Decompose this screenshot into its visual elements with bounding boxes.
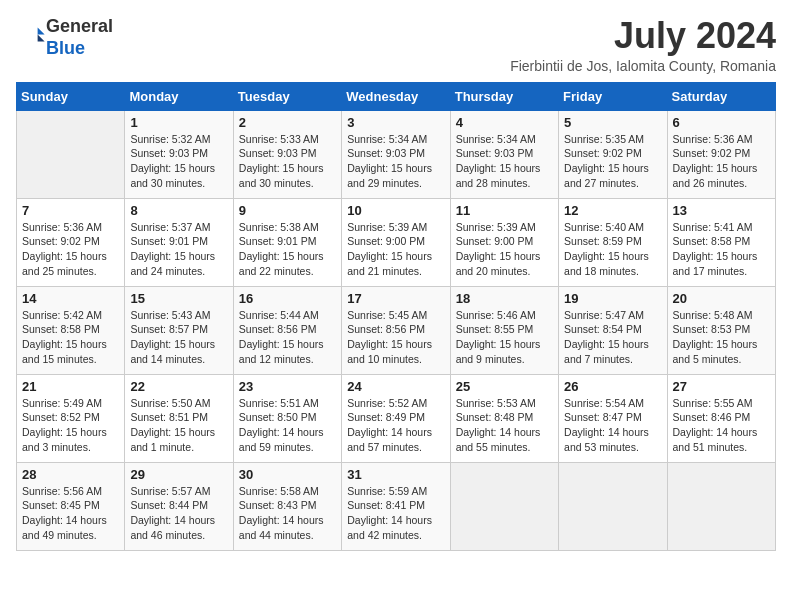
day-number: 4 [456, 115, 553, 130]
day-info: Sunrise: 5:54 AM Sunset: 8:47 PM Dayligh… [564, 396, 661, 455]
day-info: Sunrise: 5:37 AM Sunset: 9:01 PM Dayligh… [130, 220, 227, 279]
day-info: Sunrise: 5:55 AM Sunset: 8:46 PM Dayligh… [673, 396, 770, 455]
calendar-cell: 10Sunrise: 5:39 AM Sunset: 9:00 PM Dayli… [342, 198, 450, 286]
day-number: 10 [347, 203, 444, 218]
day-info: Sunrise: 5:34 AM Sunset: 9:03 PM Dayligh… [347, 132, 444, 191]
logo-icon [18, 22, 46, 50]
day-info: Sunrise: 5:44 AM Sunset: 8:56 PM Dayligh… [239, 308, 336, 367]
calendar-cell [667, 462, 775, 550]
day-info: Sunrise: 5:50 AM Sunset: 8:51 PM Dayligh… [130, 396, 227, 455]
weekday-header: Sunday [17, 82, 125, 110]
day-number: 21 [22, 379, 119, 394]
calendar-cell: 6Sunrise: 5:36 AM Sunset: 9:02 PM Daylig… [667, 110, 775, 198]
day-number: 31 [347, 467, 444, 482]
day-number: 16 [239, 291, 336, 306]
day-number: 3 [347, 115, 444, 130]
day-number: 8 [130, 203, 227, 218]
calendar-cell [17, 110, 125, 198]
calendar-cell: 16Sunrise: 5:44 AM Sunset: 8:56 PM Dayli… [233, 286, 341, 374]
day-info: Sunrise: 5:39 AM Sunset: 9:00 PM Dayligh… [347, 220, 444, 279]
day-info: Sunrise: 5:58 AM Sunset: 8:43 PM Dayligh… [239, 484, 336, 543]
day-number: 18 [456, 291, 553, 306]
calendar-week-row: 28Sunrise: 5:56 AM Sunset: 8:45 PM Dayli… [17, 462, 776, 550]
calendar-cell: 28Sunrise: 5:56 AM Sunset: 8:45 PM Dayli… [17, 462, 125, 550]
weekday-header: Thursday [450, 82, 558, 110]
calendar-cell: 29Sunrise: 5:57 AM Sunset: 8:44 PM Dayli… [125, 462, 233, 550]
calendar-cell: 14Sunrise: 5:42 AM Sunset: 8:58 PM Dayli… [17, 286, 125, 374]
calendar-cell: 19Sunrise: 5:47 AM Sunset: 8:54 PM Dayli… [559, 286, 667, 374]
day-info: Sunrise: 5:38 AM Sunset: 9:01 PM Dayligh… [239, 220, 336, 279]
day-info: Sunrise: 5:46 AM Sunset: 8:55 PM Dayligh… [456, 308, 553, 367]
location: Fierbintii de Jos, Ialomita County, Roma… [510, 58, 776, 74]
day-number: 1 [130, 115, 227, 130]
day-info: Sunrise: 5:32 AM Sunset: 9:03 PM Dayligh… [130, 132, 227, 191]
day-info: Sunrise: 5:33 AM Sunset: 9:03 PM Dayligh… [239, 132, 336, 191]
day-number: 27 [673, 379, 770, 394]
logo: General Blue [16, 16, 113, 59]
day-number: 22 [130, 379, 227, 394]
weekday-header: Saturday [667, 82, 775, 110]
day-info: Sunrise: 5:42 AM Sunset: 8:58 PM Dayligh… [22, 308, 119, 367]
calendar-cell: 1Sunrise: 5:32 AM Sunset: 9:03 PM Daylig… [125, 110, 233, 198]
calendar-cell: 17Sunrise: 5:45 AM Sunset: 8:56 PM Dayli… [342, 286, 450, 374]
day-number: 11 [456, 203, 553, 218]
day-number: 17 [347, 291, 444, 306]
day-info: Sunrise: 5:43 AM Sunset: 8:57 PM Dayligh… [130, 308, 227, 367]
day-number: 19 [564, 291, 661, 306]
day-info: Sunrise: 5:34 AM Sunset: 9:03 PM Dayligh… [456, 132, 553, 191]
calendar-cell: 27Sunrise: 5:55 AM Sunset: 8:46 PM Dayli… [667, 374, 775, 462]
weekday-header: Wednesday [342, 82, 450, 110]
page-header: General Blue July 2024 Fierbintii de Jos… [16, 16, 776, 74]
day-number: 9 [239, 203, 336, 218]
weekday-header-row: SundayMondayTuesdayWednesdayThursdayFrid… [17, 82, 776, 110]
day-number: 14 [22, 291, 119, 306]
calendar-week-row: 21Sunrise: 5:49 AM Sunset: 8:52 PM Dayli… [17, 374, 776, 462]
day-number: 5 [564, 115, 661, 130]
svg-marker-0 [38, 27, 45, 34]
day-info: Sunrise: 5:48 AM Sunset: 8:53 PM Dayligh… [673, 308, 770, 367]
day-info: Sunrise: 5:51 AM Sunset: 8:50 PM Dayligh… [239, 396, 336, 455]
calendar-cell: 30Sunrise: 5:58 AM Sunset: 8:43 PM Dayli… [233, 462, 341, 550]
svg-marker-1 [38, 34, 45, 41]
calendar-cell: 3Sunrise: 5:34 AM Sunset: 9:03 PM Daylig… [342, 110, 450, 198]
calendar-cell: 11Sunrise: 5:39 AM Sunset: 9:00 PM Dayli… [450, 198, 558, 286]
calendar-cell: 12Sunrise: 5:40 AM Sunset: 8:59 PM Dayli… [559, 198, 667, 286]
logo-text: General Blue [46, 16, 113, 59]
calendar-cell: 31Sunrise: 5:59 AM Sunset: 8:41 PM Dayli… [342, 462, 450, 550]
calendar-cell [559, 462, 667, 550]
calendar-cell: 18Sunrise: 5:46 AM Sunset: 8:55 PM Dayli… [450, 286, 558, 374]
title-block: July 2024 Fierbintii de Jos, Ialomita Co… [510, 16, 776, 74]
day-number: 25 [456, 379, 553, 394]
day-number: 13 [673, 203, 770, 218]
day-info: Sunrise: 5:40 AM Sunset: 8:59 PM Dayligh… [564, 220, 661, 279]
day-number: 2 [239, 115, 336, 130]
day-info: Sunrise: 5:53 AM Sunset: 8:48 PM Dayligh… [456, 396, 553, 455]
calendar-cell: 2Sunrise: 5:33 AM Sunset: 9:03 PM Daylig… [233, 110, 341, 198]
weekday-header: Monday [125, 82, 233, 110]
calendar-week-row: 14Sunrise: 5:42 AM Sunset: 8:58 PM Dayli… [17, 286, 776, 374]
calendar-cell: 7Sunrise: 5:36 AM Sunset: 9:02 PM Daylig… [17, 198, 125, 286]
calendar-cell: 21Sunrise: 5:49 AM Sunset: 8:52 PM Dayli… [17, 374, 125, 462]
day-info: Sunrise: 5:39 AM Sunset: 9:00 PM Dayligh… [456, 220, 553, 279]
calendar-cell: 15Sunrise: 5:43 AM Sunset: 8:57 PM Dayli… [125, 286, 233, 374]
calendar-cell: 25Sunrise: 5:53 AM Sunset: 8:48 PM Dayli… [450, 374, 558, 462]
day-number: 7 [22, 203, 119, 218]
day-info: Sunrise: 5:57 AM Sunset: 8:44 PM Dayligh… [130, 484, 227, 543]
day-number: 12 [564, 203, 661, 218]
calendar-cell: 8Sunrise: 5:37 AM Sunset: 9:01 PM Daylig… [125, 198, 233, 286]
day-info: Sunrise: 5:56 AM Sunset: 8:45 PM Dayligh… [22, 484, 119, 543]
calendar-table: SundayMondayTuesdayWednesdayThursdayFrid… [16, 82, 776, 551]
month-title: July 2024 [510, 16, 776, 56]
day-info: Sunrise: 5:35 AM Sunset: 9:02 PM Dayligh… [564, 132, 661, 191]
calendar-cell: 23Sunrise: 5:51 AM Sunset: 8:50 PM Dayli… [233, 374, 341, 462]
calendar-cell: 26Sunrise: 5:54 AM Sunset: 8:47 PM Dayli… [559, 374, 667, 462]
day-info: Sunrise: 5:45 AM Sunset: 8:56 PM Dayligh… [347, 308, 444, 367]
calendar-cell [450, 462, 558, 550]
day-number: 23 [239, 379, 336, 394]
day-number: 26 [564, 379, 661, 394]
day-info: Sunrise: 5:41 AM Sunset: 8:58 PM Dayligh… [673, 220, 770, 279]
day-info: Sunrise: 5:36 AM Sunset: 9:02 PM Dayligh… [22, 220, 119, 279]
calendar-cell: 20Sunrise: 5:48 AM Sunset: 8:53 PM Dayli… [667, 286, 775, 374]
calendar-cell: 9Sunrise: 5:38 AM Sunset: 9:01 PM Daylig… [233, 198, 341, 286]
calendar-cell: 24Sunrise: 5:52 AM Sunset: 8:49 PM Dayli… [342, 374, 450, 462]
